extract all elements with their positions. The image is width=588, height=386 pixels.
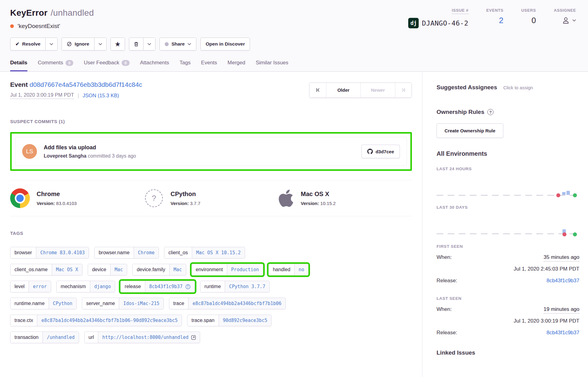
tag-value-link[interactable]: Chrome 83.0.4103 [36,247,89,258]
tag-value-link[interactable]: Mac [110,264,127,275]
tab-comments[interactable]: Comments0 [38,60,73,71]
bookmark-star-button[interactable]: ★ [111,38,125,50]
tag-pill-url[interactable]: urlhttp://localhost:8000/unhandled [84,332,200,343]
tab-user-feedback[interactable]: User Feedback0 [84,60,130,71]
ignore-button[interactable]: Ignore [62,38,94,50]
tag-pill-browser.name[interactable]: browser.nameChrome [94,247,159,259]
tag-pill-server_name[interactable]: server_nameIdos-iMac-215 [82,298,164,309]
resolve-button[interactable]: ✔ Resolve [10,38,45,50]
tag-value-link[interactable]: Mac [169,264,186,275]
tag-value-link[interactable]: http://localhost:8000/unhandled [98,332,200,343]
tag-pill-release[interactable]: release8cb43f1c9b37 [120,281,195,292]
newer-event-button[interactable]: Newer [360,83,395,98]
tag-pill-browser[interactable]: browserChrome 83.0.4103 [10,247,89,259]
linked-issues-heading: Linked Issues [437,349,579,356]
page-title: KeyError/unhandled [10,8,94,18]
open-in-discover-button[interactable]: Open in Discover [201,38,250,50]
tag-pill-trace.span[interactable]: trace.span90d892c9eace3bc5 [187,315,272,326]
tab-details[interactable]: Details [10,60,27,71]
share-button[interactable]: Share [160,38,196,50]
first-seen-date: Jul 1, 2020 2:45:03 PM PDT [513,266,579,272]
ownership-rules-heading: Ownership Rules [437,109,484,115]
tab-similar-issues[interactable]: Similar Issues [256,60,288,71]
last-24-hours-sparkline[interactable] [437,171,579,198]
commit-sha-button[interactable]: d3d7cee [361,145,400,158]
first-seen-release-link[interactable]: 8cb43f1c9b37 [546,278,579,284]
tag-value-link[interactable]: /unhandled [42,332,79,343]
event-contexts-section: Chrome Version: 83.0.4103 ? CPython Vers… [10,180,412,216]
tag-pill-mechanism[interactable]: mechanismdjango [56,281,115,292]
suspect-commits-heading: SUSPECT COMMITS (1) [10,119,412,124]
context-runtime-name: CPython [171,191,200,198]
meta-separator: | [78,93,79,99]
tag-value-link[interactable]: Mac OS X [52,264,82,275]
tag-value-link[interactable]: no [294,264,308,275]
issue-header: KeyError/unhandled 'keyDoesntExist' ISSU… [0,0,588,72]
delete-dropdown-button[interactable] [143,38,155,50]
events-label: EVENTS [486,8,504,13]
tag-value-link[interactable]: CPython 3.7.7 [225,281,269,292]
tag-pill-runtime[interactable]: runtimeCPython 3.7.7 [200,281,270,292]
tag-value-link[interactable]: 8cb43f1c9b37 [145,281,195,292]
tag-pill-transaction[interactable]: transaction/unhandled [10,332,79,343]
info-icon[interactable] [185,284,191,289]
last-30-days-sparkline[interactable] [437,210,579,236]
resolve-dropdown-button[interactable] [45,38,57,50]
tab-label: Details [10,60,27,66]
delete-button[interactable] [129,38,143,50]
os-version: 10.15.2 [320,201,336,206]
tag-pill-trace.ctx[interactable]: trace.ctxe8c87ba1dc494bb2a4346bcfbf7b1b0… [10,315,182,326]
tag-pill-level[interactable]: levelerror [10,281,51,292]
first-seen-marker-icon [562,232,566,236]
tag-key: url [85,332,98,343]
event-json-link[interactable]: JSON (15.3 KB) [83,93,119,99]
tag-value-link[interactable]: error [29,281,51,292]
tag-key: handled [269,264,294,275]
tag-value-link[interactable]: Idos-iMac-215 [119,298,163,309]
users-count: 0 [532,16,536,24]
assignee-dropdown[interactable] [562,16,576,24]
tag-pill-device[interactable]: deviceMac [88,264,127,275]
tag-pill-environment[interactable]: environmentProduction [191,264,263,275]
tab-tags[interactable]: Tags [179,60,191,71]
tag-pill-client_os[interactable]: client_osMac OS X 10.15.2 [164,247,245,259]
last-seen-release-link[interactable]: 8cb43f1c9b37 [546,330,579,336]
tab-attachments[interactable]: Attachments [140,60,169,71]
event-bar [562,192,566,195]
click-to-assign-hint: Click to assign [503,85,533,90]
tab-label: Tags [179,60,191,66]
events-count-link[interactable]: 2 [499,16,503,24]
tag-value-link[interactable]: Production [227,264,263,275]
issue-message: 'keyDoesntExist' [18,23,60,30]
tab-merged[interactable]: Merged [228,60,245,71]
tag-value-link[interactable]: e8c87ba1dc494bb2a4346bcfbf7b1b06 [188,298,285,309]
last-24-hours-label: LAST 24 HOURS [437,167,579,171]
external-link-icon[interactable] [191,335,196,340]
tag-key: client_os [164,247,192,258]
tab-label: Similar Issues [256,60,288,66]
older-event-button[interactable]: Older [326,83,360,98]
tag-value-link[interactable]: CPython [49,298,76,309]
help-question-icon[interactable]: ? [487,109,493,115]
suspect-commit-highlight: LS Add files via upload Lovepreet Sangha… [10,132,412,171]
create-ownership-rule-button[interactable]: Create Ownership Rule [437,123,503,138]
tag-value-link[interactable]: django [90,281,115,292]
tag-pill-runtime.name[interactable]: runtime.nameCPython [10,298,77,309]
event-id-link[interactable]: d08d7667e4a5476eb3b3db6d7f14c84c [30,81,142,88]
ignore-dropdown-button[interactable] [94,38,106,50]
tag-value-link[interactable]: 90d892c9eace3bc5 [219,315,272,326]
tag-pill-client_os.name[interactable]: client_os.nameMac OS X [10,264,83,275]
tag-key: runtime.name [10,298,49,309]
newest-event-button[interactable] [395,83,412,98]
tag-key: browser [10,247,36,258]
github-icon [367,149,373,154]
tag-value-link[interactable]: Chrome [134,247,159,258]
tag-pill-handled[interactable]: handledno [268,264,308,275]
tab-events[interactable]: Events [201,60,217,71]
last-seen-date: Jul 1, 2020 3:00:19 PM PDT [513,318,579,324]
tag-pill-device.family[interactable]: device.familyMac [132,264,186,275]
oldest-event-button[interactable] [309,83,326,98]
tag-pill-trace[interactable]: tracee8c87ba1dc494bb2a4346bcfbf7b1b06 [169,298,286,309]
tag-value-link[interactable]: Mac OS X 10.15.2 [192,247,245,258]
tag-value-link[interactable]: e8c87ba1dc494bb2a4346bcfbf7b1b06-90d892c… [37,315,182,326]
